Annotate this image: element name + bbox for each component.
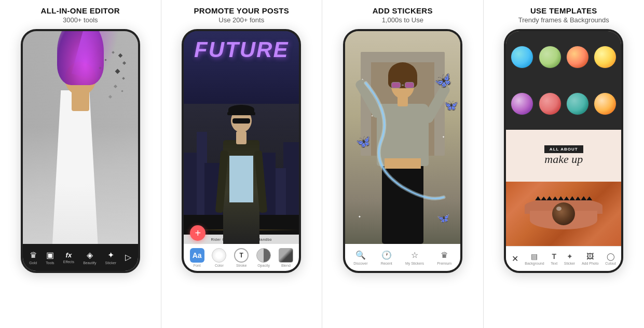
woman-figure bbox=[23, 31, 138, 246]
panel1-title: ALL-IN-ONE EDITOR bbox=[41, 6, 120, 15]
cutout-icon: ◯ bbox=[607, 252, 615, 261]
tools-icon: ▣ bbox=[46, 250, 54, 260]
stroke-button: T bbox=[234, 248, 249, 263]
blend-button bbox=[279, 248, 293, 263]
sunglasses bbox=[391, 82, 414, 88]
all-about-badge: ALL ABOUT bbox=[544, 145, 583, 153]
toolbar1-gold[interactable]: ♛ Gold bbox=[29, 250, 37, 265]
toolbar3-premium[interactable]: ♛ Premium bbox=[437, 250, 451, 265]
toolbar4-cutout[interactable]: ◯ Cutout bbox=[605, 252, 616, 265]
eye-photo bbox=[506, 182, 621, 246]
butterfly-3: 🦋 bbox=[354, 134, 372, 151]
effects-icon: fx bbox=[66, 251, 72, 259]
premium-icon: ♛ bbox=[441, 250, 448, 260]
phone1-background: ♛ Gold ▣ Tools fx Effects ◈ Beautify ✦ bbox=[23, 31, 138, 271]
man-figure bbox=[218, 104, 265, 244]
makeup-script-text: make up bbox=[544, 153, 583, 166]
toolbar4-sticker[interactable]: ✦ Sticker bbox=[564, 252, 575, 265]
toolbar1-sticker[interactable]: ✦ Sticker bbox=[105, 250, 116, 265]
sparkle-4: ✦ bbox=[358, 215, 361, 219]
toolbar2-color[interactable]: Color bbox=[212, 248, 226, 267]
crown-icon: ♛ bbox=[30, 250, 37, 260]
toolbar3-discover[interactable]: 🔍 Discover bbox=[353, 250, 367, 265]
panel1-subtitle: 3000+ tools bbox=[63, 16, 98, 24]
palette-cell-2 bbox=[537, 34, 563, 80]
sticker-woman-figure bbox=[372, 78, 434, 244]
pixel-scatter bbox=[86, 49, 127, 132]
sticker-icon: ✦ bbox=[107, 250, 114, 260]
toolbar-1: ♛ Gold ▣ Tools fx Effects ◈ Beautify ✦ bbox=[23, 244, 138, 271]
palette-cell-8 bbox=[592, 81, 618, 127]
toolbar4-addphoto[interactable]: 🖼 Add Photo bbox=[582, 252, 599, 265]
eye-shape bbox=[525, 198, 602, 229]
panel-promote: PROMOTE YOUR POSTS Use 200+ fonts FUTUR bbox=[161, 0, 323, 328]
toolbar2-blend[interactable]: Blend bbox=[279, 248, 293, 267]
butterfly-4: 🦋 bbox=[437, 212, 450, 224]
panel2-title: PROMOTE YOUR POSTS bbox=[194, 6, 289, 15]
butterfly-2: 🦋 bbox=[443, 98, 459, 113]
palette-cell-3 bbox=[565, 34, 591, 80]
iris bbox=[552, 202, 575, 225]
panel4-subtitle: Trendy frames & Backgrounds bbox=[518, 16, 609, 24]
palette-cell-7 bbox=[565, 81, 591, 127]
more-icon: ▷ bbox=[125, 252, 131, 262]
my-stickers-icon: ☆ bbox=[411, 250, 418, 260]
toolbar3-recent[interactable]: 🕐 Recent bbox=[381, 250, 392, 265]
future-text: FUTURE bbox=[184, 37, 299, 62]
toolbar2-opacity[interactable]: Opacity bbox=[256, 248, 271, 267]
toolbar-2: Aa Font Color T Stroke Opacity Blen bbox=[184, 244, 299, 271]
toolbar2-stroke[interactable]: T Stroke bbox=[234, 248, 249, 267]
palette-cell-4 bbox=[592, 34, 618, 80]
phone3-background: 🦋 🦋 🦋 🦋 ✦ ✦ ✦ ✦ 🔍 Discover 🕐 Recent bbox=[345, 31, 460, 271]
panel-stickers: ADD STICKERS 1,000s to Use bbox=[322, 0, 484, 328]
close-icon: ✕ bbox=[512, 254, 518, 264]
toolbar1-tools[interactable]: ▣ Tools bbox=[46, 250, 54, 265]
opacity-button bbox=[256, 248, 271, 263]
recent-icon: 🕐 bbox=[381, 250, 392, 260]
sparkle-2: ✦ bbox=[442, 135, 445, 139]
panel3-title: ADD STICKERS bbox=[373, 6, 433, 15]
panel-all-in-one: ALL-IN-ONE EDITOR 3000+ tools bbox=[0, 0, 161, 328]
toolbar4-close[interactable]: ✕ bbox=[512, 254, 518, 264]
discover-icon: 🔍 bbox=[355, 250, 366, 260]
toolbar3-mystickers[interactable]: ☆ My Stickers bbox=[405, 250, 424, 265]
add-photo-icon: 🖼 bbox=[586, 252, 594, 261]
sticker-icon-4: ✦ bbox=[567, 252, 573, 261]
phone-mock-4: ALL ABOUT make up bbox=[504, 29, 623, 273]
phone-mock-3: 🦋 🦋 🦋 🦋 ✦ ✦ ✦ ✦ 🔍 Discover 🕐 Recent bbox=[343, 29, 462, 273]
panel2-subtitle: Use 200+ fonts bbox=[218, 16, 264, 24]
toolbar4-background[interactable]: ▤ Background bbox=[525, 252, 544, 265]
color-button bbox=[212, 248, 226, 263]
panel4-title: USE TEMPLATES bbox=[530, 6, 597, 15]
toolbar1-more[interactable]: ▷ bbox=[125, 252, 131, 263]
palette-cell-1 bbox=[509, 34, 535, 80]
font-button: Aa bbox=[190, 248, 204, 263]
phone-mock-2: FUTURE Rider bbox=[182, 29, 301, 273]
beautify-icon: ◈ bbox=[87, 250, 93, 260]
toolbar2-font[interactable]: Aa Font bbox=[190, 248, 204, 267]
panel3-subtitle: 1,000s to Use bbox=[382, 16, 423, 24]
panel-templates: USE TEMPLATES Trendy frames & Background… bbox=[484, 0, 645, 328]
text-icon: T bbox=[552, 252, 556, 261]
toolbar-4: ✕ ▤ Background T Text ✦ Sticker 🖼 Add Ph… bbox=[506, 246, 621, 271]
toolbar4-text[interactable]: T Text bbox=[551, 252, 557, 265]
makeup-palette bbox=[506, 31, 621, 130]
makeup-text-area: ALL ABOUT make up bbox=[506, 130, 621, 182]
palette-cell-6 bbox=[537, 81, 563, 127]
phone4-background: ALL ABOUT make up bbox=[506, 31, 621, 271]
toolbar1-effects[interactable]: fx Effects bbox=[63, 251, 74, 264]
phone-mock-1: ♛ Gold ▣ Tools fx Effects ◈ Beautify ✦ bbox=[21, 29, 140, 273]
background-icon: ▤ bbox=[531, 252, 538, 261]
toolbar1-beautify[interactable]: ◈ Beautify bbox=[83, 250, 96, 265]
toolbar-3: 🔍 Discover 🕐 Recent ☆ My Stickers ♛ Prem… bbox=[345, 244, 460, 271]
palette-cell-5 bbox=[509, 81, 535, 127]
